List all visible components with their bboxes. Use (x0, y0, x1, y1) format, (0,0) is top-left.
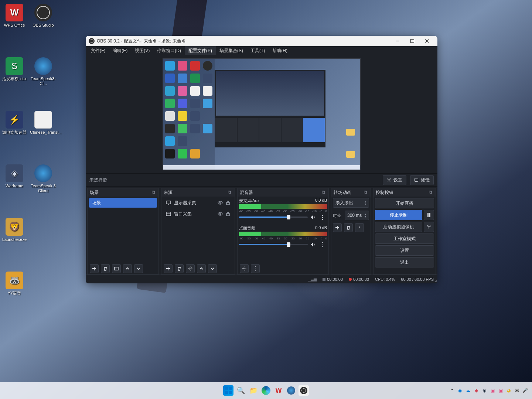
pause-record-button[interactable] (424, 210, 434, 220)
menu-docks[interactable]: 停靠窗口(D) (153, 46, 185, 55)
remove-source-button[interactable] (175, 264, 184, 273)
virtual-cam-button[interactable]: 启动虚拟摄像机 (375, 222, 422, 232)
menu-profile[interactable]: 配置文件(P) (185, 46, 216, 55)
transition-duration-input[interactable]: 300 ms ▲▼ (345, 211, 369, 220)
volume-slider[interactable] (239, 244, 308, 245)
desktop-icon-accel[interactable]: ⚡游电竞加速器 (0, 111, 29, 146)
preview-canvas[interactable] (163, 58, 361, 170)
source-settings-button[interactable]: 设置 (383, 175, 406, 185)
taskbar-search[interactable]: 🔍 (236, 385, 246, 396)
tray-mic-icon[interactable]: 🎤 (522, 387, 528, 394)
svg-point-12 (219, 202, 221, 204)
add-source-button[interactable] (164, 264, 173, 273)
svg-rect-8 (115, 267, 118, 270)
exit-button[interactable]: 退出 (375, 257, 434, 267)
tray-yy-icon[interactable]: 🦝 (514, 387, 520, 394)
remove-transition-button[interactable] (344, 223, 353, 232)
mixer-settings-button[interactable] (240, 264, 249, 273)
source-down-button[interactable] (208, 264, 217, 273)
eye-icon[interactable] (218, 211, 223, 216)
minimize-button[interactable] (390, 36, 405, 46)
svg-rect-5 (415, 178, 418, 182)
desktop-icon-ts3[interactable]: TeamSpeak 3 Client (29, 164, 58, 200)
menu-edit[interactable]: 编辑(E) (109, 46, 131, 55)
tray-icon[interactable]: ▣ (497, 387, 504, 394)
transition-menu-button[interactable]: ⋮ (355, 223, 364, 232)
add-transition-button[interactable] (333, 223, 342, 232)
tray-icon[interactable]: ◆ (473, 387, 480, 394)
scene-down-button[interactable] (134, 264, 143, 273)
scene-filter-button[interactable] (112, 264, 121, 273)
source-item-display[interactable]: 显示器采集 (163, 198, 233, 208)
tray-chevron-icon[interactable]: ⌃ (449, 387, 455, 394)
transitions-dock: 转场动画⧉ 淡入淡出 ▲▼ 时长 300 ms ▲▼ ⋮ (331, 188, 371, 274)
popout-icon[interactable]: ⧉ (228, 190, 233, 195)
desktop-icon-wps[interactable]: WWPS Office (0, 4, 29, 39)
desktop-icon-obs[interactable]: OBS Studio (29, 4, 58, 39)
taskbar-explorer[interactable]: 📁 (248, 385, 259, 396)
mixer-menu-button[interactable]: ⋮ (251, 264, 260, 273)
source-toolbar: 未选择源 设置 滤镜 (86, 173, 437, 187)
eye-icon[interactable] (218, 200, 223, 205)
menu-file[interactable]: 文件(F) (87, 46, 109, 55)
transition-type-select[interactable]: 淡入淡出 ▲▼ (333, 198, 369, 208)
taskbar-app[interactable] (286, 385, 296, 396)
tray-icon[interactable]: ▣ (489, 387, 496, 394)
source-item-window[interactable]: 窗口采集 (163, 209, 233, 219)
scene-item[interactable]: 场景 (89, 198, 157, 208)
maximize-button[interactable] (405, 36, 420, 46)
svg-rect-10 (166, 201, 171, 204)
taskbar-wps[interactable]: W (273, 385, 284, 396)
titlebar[interactable]: OBS 30.0.2 - 配置文件: 未命名 - 场景: 未命名 (86, 36, 437, 46)
popout-icon[interactable]: ⧉ (152, 190, 157, 195)
virtual-cam-settings-button[interactable] (424, 222, 434, 232)
menubar: 文件(F) 编辑(E) 视图(V) 停靠窗口(D) 配置文件(P) 场景集合(S… (86, 46, 437, 55)
system-tray[interactable]: ⌃ ◉ ☁ ◆ ◉ ▣ ▣ ◕ 🦝 🎤 (449, 387, 532, 394)
popout-icon[interactable]: ⧉ (322, 190, 327, 195)
popout-icon[interactable]: ⧉ (364, 190, 369, 195)
preview-area[interactable] (86, 55, 437, 173)
popout-icon[interactable]: ⧉ (429, 190, 434, 195)
tray-icon[interactable]: ◉ (457, 387, 463, 394)
desktop-icon-launcher[interactable]: 🦁Launcher.exe (0, 218, 29, 253)
cpu-usage: CPU: 0.4% (375, 277, 395, 282)
source-props-button[interactable] (186, 264, 195, 273)
studio-mode-button[interactable]: 工作室模式 (375, 233, 434, 244)
source-up-button[interactable] (197, 264, 206, 273)
menu-view[interactable]: 视图(V) (131, 46, 153, 55)
add-scene-button[interactable] (90, 264, 99, 273)
desktop-icon-warframe[interactable]: ◈Warframe (0, 164, 29, 200)
tray-onedrive-icon[interactable]: ☁ (465, 387, 471, 394)
source-filters-button[interactable]: 滤镜 (410, 175, 434, 185)
channel-menu-button[interactable]: ⋮ (318, 240, 327, 249)
speaker-icon[interactable] (310, 242, 316, 248)
speaker-icon[interactable] (310, 214, 316, 220)
start-button[interactable] (223, 385, 233, 396)
stop-record-button[interactable]: 停止录制 (375, 210, 422, 220)
scene-up-button[interactable] (123, 264, 132, 273)
svg-point-21 (244, 268, 245, 269)
menu-tools[interactable]: 工具(T) (247, 46, 269, 55)
channel-menu-button[interactable]: ⋮ (318, 213, 327, 222)
tray-steam-icon[interactable]: ◉ (481, 387, 488, 394)
desktop-icon-xlsx[interactable]: S活发布额.xlsx (0, 57, 29, 92)
desktop-icon-yy[interactable]: 🦝YY语音 (0, 272, 29, 307)
close-button[interactable] (420, 36, 434, 46)
resize-grip-icon[interactable]: ◢ (434, 279, 437, 283)
taskbar[interactable]: 🔍 📁 W ⌃ ◉ ☁ ◆ ◉ ▣ ▣ ◕ 🦝 🎤 (0, 382, 532, 399)
lock-icon[interactable] (226, 200, 230, 205)
desktop-icon-chinese[interactable]: Chinese_Transl... (29, 111, 58, 146)
start-stream-button[interactable]: 开始直播 (375, 198, 434, 208)
tray-icon[interactable]: ◕ (505, 387, 512, 394)
mixer-title: 混音器 (240, 190, 253, 196)
menu-help[interactable]: 帮助(H) (269, 46, 291, 55)
menu-scene-collection[interactable]: 场景集合(S) (216, 46, 247, 55)
volume-slider[interactable] (239, 216, 308, 218)
lock-icon[interactable] (226, 211, 230, 216)
taskbar-obs[interactable] (299, 385, 309, 396)
audio-meter (239, 232, 327, 236)
settings-button[interactable]: 设置 (375, 245, 434, 256)
remove-scene-button[interactable] (101, 264, 110, 273)
taskbar-edge[interactable] (261, 385, 271, 396)
desktop-icon-ts3cl[interactable]: TeamSpeak3-Cl... (29, 57, 58, 92)
